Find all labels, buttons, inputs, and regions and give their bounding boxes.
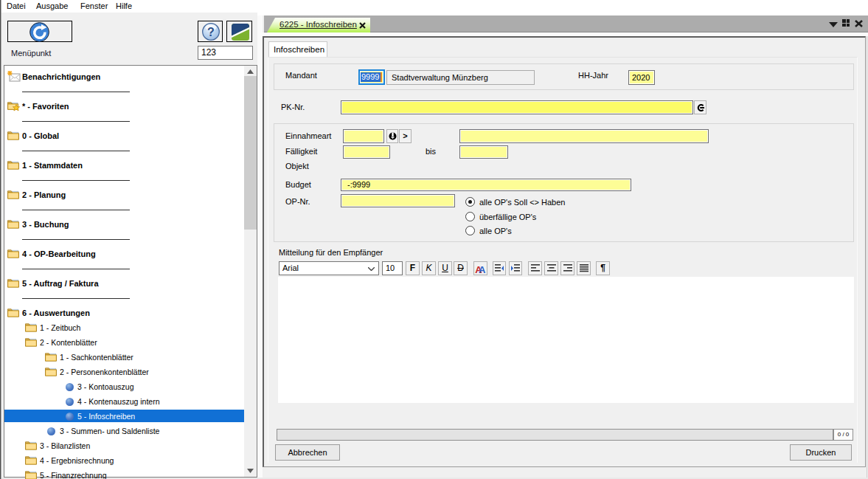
svg-text:A: A <box>479 264 486 274</box>
svg-text:?: ? <box>207 26 215 38</box>
